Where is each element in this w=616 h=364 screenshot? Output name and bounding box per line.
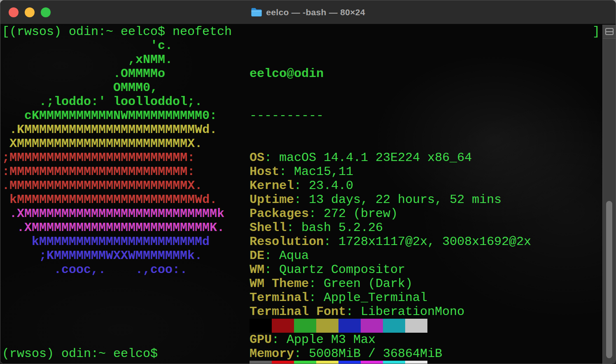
neofetch-separator: ---------- — [250, 109, 531, 123]
terminal-content[interactable]: [(rwsos) odin:~ eelco$ neofetch ] 'c. ,x… — [0, 25, 602, 364]
art-line: ;KMMMMMMMWXXWMMMMMMMk. — [2, 249, 224, 263]
right-bracket: ] — [593, 25, 600, 39]
palette-block — [294, 361, 316, 364]
palette-block — [361, 361, 383, 364]
minimize-button[interactable] — [25, 7, 35, 17]
palette-block — [338, 319, 361, 333]
art-line: .KMMMMMMMMMMMMMMMMMMMMMMMWd. — [2, 123, 224, 137]
info-row: Host: Mac15,11 — [250, 165, 531, 179]
color-palette — [250, 291, 427, 364]
art-line: :MMMMMMMMMMMMMMMMMMMMMMMM: — [2, 165, 224, 179]
shell-prompt-line: [(rwsos) odin:~ eelco$ neofetch — [2, 25, 232, 39]
art-line: ,xNMM. — [2, 53, 224, 67]
zoom-button[interactable] — [41, 7, 51, 17]
palette-block — [294, 319, 316, 333]
palette-block — [405, 361, 427, 364]
info-row: OS: macOS 14.4.1 23E224 x86_64 — [250, 151, 531, 165]
info-row: Uptime: 13 days, 22 hours, 52 mins — [250, 193, 531, 207]
close-button[interactable] — [9, 7, 19, 17]
titlebar[interactable]: eelco — -bash — 80×24 — [0, 0, 616, 24]
palette-block — [272, 361, 294, 364]
info-row: Resolution: 1728x1117@2x, 3008x1692@2x — [250, 235, 531, 249]
info-row: Shell: bash 5.2.26 — [250, 221, 531, 235]
art-line: ;MMMMMMMMMMMMMMMMMMMMMMMM: — [2, 151, 224, 165]
palette-block — [250, 361, 272, 364]
art-line: .MMMMMMMMMMMMMMMMMMMMMMMMX. — [2, 179, 224, 193]
terminal-window: eelco — -bash — 80×24 [(rwsos) odin:~ ee… — [0, 0, 616, 364]
palette-block — [316, 319, 338, 333]
info-row: WM Theme: Green (Dark) — [250, 277, 531, 291]
window-title: eelco — -bash — 80×24 — [266, 7, 365, 17]
art-line: 'c. — [2, 39, 224, 53]
art-line: kMMMMMMMMMMMMMMMMMMMMMMMMWd. — [2, 193, 224, 207]
palette-block — [338, 361, 361, 364]
art-line: .cooc,. .,coo:. — [2, 263, 224, 277]
palette-block — [250, 319, 272, 333]
palette-block — [361, 319, 383, 333]
palette-block — [383, 319, 405, 333]
palette-row-normal — [250, 319, 427, 333]
scrollbar[interactable] — [602, 25, 616, 364]
palette-block — [405, 319, 427, 333]
info-row: WM: Quartz Compositor — [250, 263, 531, 277]
info-row: DE: Aqua — [250, 249, 531, 263]
palette-block — [383, 361, 405, 364]
art-line: cKMMMMMMMMMMNWMMMMMMMMMM0: — [2, 109, 224, 123]
neofetch-host-title: eelco@odin — [250, 67, 531, 81]
info-row: Kernel: 23.4.0 — [250, 179, 531, 193]
art-line: .XMMMMMMMMMMMMMMMMMMMMMMMMK. — [2, 221, 224, 235]
neofetch-ascii-art: 'c. ,xNMM. .OMMMMo OMMM0, .;loddo:' lool… — [2, 39, 224, 277]
shell-prompt-bottom: (rwsos) odin:~ eelco$ — [2, 347, 158, 361]
split-pane-button[interactable] — [603, 25, 616, 39]
scrollbar-thumb[interactable] — [606, 201, 612, 358]
traffic-lights — [9, 0, 51, 24]
art-line: OMMM0, — [2, 81, 224, 95]
palette-block — [316, 361, 338, 364]
split-pane-icon — [605, 28, 614, 35]
art-line: kMMMMMMMMMMMMMMMMMMMMMMd — [2, 235, 224, 249]
info-row: Packages: 272 (brew) — [250, 207, 531, 221]
art-line: .XMMMMMMMMMMMMMMMMMMMMMMMMMMk — [2, 207, 224, 221]
folder-icon — [251, 7, 262, 17]
palette-block — [272, 319, 294, 333]
art-line: .;loddo:' loolloddol;. — [2, 95, 224, 109]
art-line: XMMMMMMMMMMMMMMMMMMMMMMMX. — [2, 137, 224, 151]
window-title-group: eelco — -bash — 80×24 — [251, 7, 365, 17]
palette-row-bright — [250, 361, 427, 364]
art-line: .OMMMMo — [2, 67, 224, 81]
